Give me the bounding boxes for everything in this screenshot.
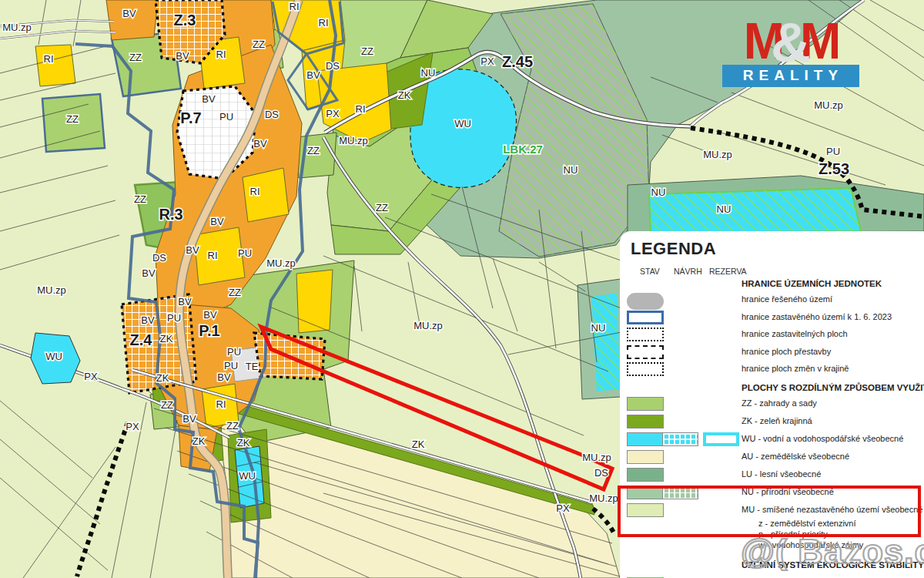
zone-color-swatch-lu [627, 468, 664, 482]
map-label-ri: RI [290, 1, 300, 12]
map-label-wu: WU [239, 470, 256, 482]
legend-boundary-label: hranice řešeného území [742, 294, 832, 304]
map-label-bv: BV [186, 244, 199, 256]
map-label-pu: PU [238, 247, 252, 259]
map-label-muzp: MU.zp [703, 149, 732, 160]
map-label-z45: Z.45 [502, 53, 533, 70]
map-label-muzp: MU.zp [814, 99, 843, 111]
map-label-ri: RI [250, 186, 260, 197]
map-label-p7: P.7 [180, 109, 201, 126]
map-label-ds: DS [326, 60, 340, 72]
map-label-muzp: MU.zp [2, 22, 32, 33]
map-label-bv: BV [203, 309, 217, 321]
map-label-zz: ZZ [361, 45, 373, 57]
map-label-lbk27: LBK.27 [503, 143, 543, 156]
map-label-bv: BV [141, 314, 155, 326]
map-label-px: PX [556, 502, 570, 514]
map-label-bv: BV [122, 8, 136, 19]
map-label-zz: ZZ [161, 399, 173, 411]
legend-heading-boundaries: HRANICE ÚZEMNÍCH JEDNOTEK [742, 279, 922, 288]
zone-color-swatch-au [627, 450, 664, 464]
map-label-bv: BV [253, 138, 267, 150]
map-label-px: PX [126, 421, 139, 432]
map-label-muzp: MU.zp [589, 492, 618, 504]
map-label-px: PX [480, 55, 494, 67]
map-label-muzp: MU.zp [37, 284, 66, 296]
map-label-bv: BV [217, 371, 231, 383]
legend-mu-subline: w - vodohospodářské zájmy [758, 539, 924, 550]
map-label-nu: NU [591, 322, 606, 334]
map-label-nu: NU [564, 164, 578, 176]
legend-boundary-label: hranice zastavitelných ploch [742, 329, 848, 338]
legend-zone-label: AU - zemědělské všeobecné [742, 452, 849, 461]
dotted-swatch [627, 328, 664, 341]
legend-zone-label: MU - smíšené nezastavěného území všeobec… [742, 505, 922, 514]
map-label-wu: WU [45, 351, 62, 362]
map-label-nu: NU [717, 203, 732, 215]
map-label-muzp: MU.zp [413, 320, 443, 331]
legend-zone-label: ZK - zeleň krajinná [742, 416, 812, 425]
legend-zone-label: NU - přírodní všeobecné [742, 487, 834, 496]
map-label-ri: RI [216, 49, 226, 60]
legend-zone-label: ZZ - zahrady a sady [742, 398, 817, 408]
zone-color-swatch-mu [627, 503, 664, 517]
map-label-zk: ZK [412, 439, 425, 450]
map-label-pu: PU [219, 111, 233, 123]
map-label-px: PX [326, 108, 340, 119]
map-label-zk: ZK [156, 372, 169, 384]
zone-color-swatch-wu [627, 432, 664, 446]
zone-navrh-swatch-wu [662, 432, 698, 446]
map-label-r3: R.3 [159, 206, 182, 223]
map-label-bv: BV [176, 50, 189, 62]
map-label-z4: Z.4 [130, 331, 153, 348]
map-label-te: TE [246, 361, 259, 372]
legend-mu-subline: z - zemědělství extenzivní [758, 518, 924, 529]
zone-navrh-swatch-nu [662, 486, 698, 499]
legend-panel: LEGENDA STAV NÁVRH REZERVA HRANICE ÚZEMN… [620, 231, 924, 578]
zone-color-swatch-nu [627, 486, 664, 499]
wu-band-hatch [649, 188, 861, 233]
map-label-ds: DS [152, 252, 166, 264]
map-label-wu: WU [454, 118, 471, 129]
map-label-ri: RI [44, 53, 54, 65]
map-label-bv: BV [142, 267, 156, 279]
map-label-px: PX [84, 371, 98, 382]
legend-boundary-label: hranice zastavěného území k 1. 6. 2023 [742, 312, 892, 321]
map-label-pu: PU [826, 146, 840, 157]
map-label-bv: BV [182, 413, 196, 425]
dashdot-swatch [627, 345, 664, 359]
map-label-zz: ZZ [307, 145, 320, 156]
blueline-swatch [627, 311, 664, 324]
legend-heading-zones: PLOCHY S ROZDÍLNÝM ZPŮSOBEM VYUŽITÍ [742, 383, 922, 392]
map-label-ri: RI [216, 398, 226, 410]
mm-reality-logo: M & M REALITY [722, 15, 859, 87]
grayblob-swatch [627, 293, 664, 310]
zone-rezerva-swatch-wu [703, 432, 739, 446]
map-label-zz: ZZ [376, 202, 388, 213]
map-label-bv: BV [178, 296, 192, 307]
map-label-ri: RI [208, 250, 218, 261]
map-label-pu: PU [167, 312, 181, 324]
legend-boundary-label: hranice ploch přestavby [742, 347, 831, 356]
logo-mm-text: M & M [722, 15, 859, 66]
map-label-zz: ZZ [66, 113, 79, 125]
legend-mu-sublines: z - zemědělství extenzivníp - přírodní p… [620, 518, 924, 550]
legend-boundary-label: hranice ploch změn v krajině [742, 364, 849, 373]
map-label-zz: ZZ [229, 287, 241, 298]
map-label-z53: Z.53 [819, 160, 849, 177]
legend-mu-subline: p - přírodní priority [758, 529, 924, 539]
map-label-muzp: MU.zp [582, 452, 611, 463]
map-label-ds: DS [594, 467, 608, 479]
map-label-bv: BV [210, 216, 224, 227]
map-label-pu: PU [224, 360, 238, 371]
legend-zone-label: LU - lesní všeobecné [742, 469, 821, 479]
legend-zone-label: WU - vodní a vodohospodářské všeobecné [742, 434, 903, 443]
map-label-p1: P.1 [199, 322, 219, 339]
map-label-ds: DS [265, 109, 279, 120]
legend-heading-uses: ÚZEMNÍ SYSTÉM EKOLOGICKÉ STABILITY [742, 560, 922, 570]
map-label-nu: NU [421, 67, 436, 79]
logo-ampersand: & [771, 19, 811, 66]
map-label-zk: ZK [192, 435, 206, 447]
map-label-nu: NU [651, 187, 666, 198]
map-label-z3: Z.3 [174, 12, 196, 29]
